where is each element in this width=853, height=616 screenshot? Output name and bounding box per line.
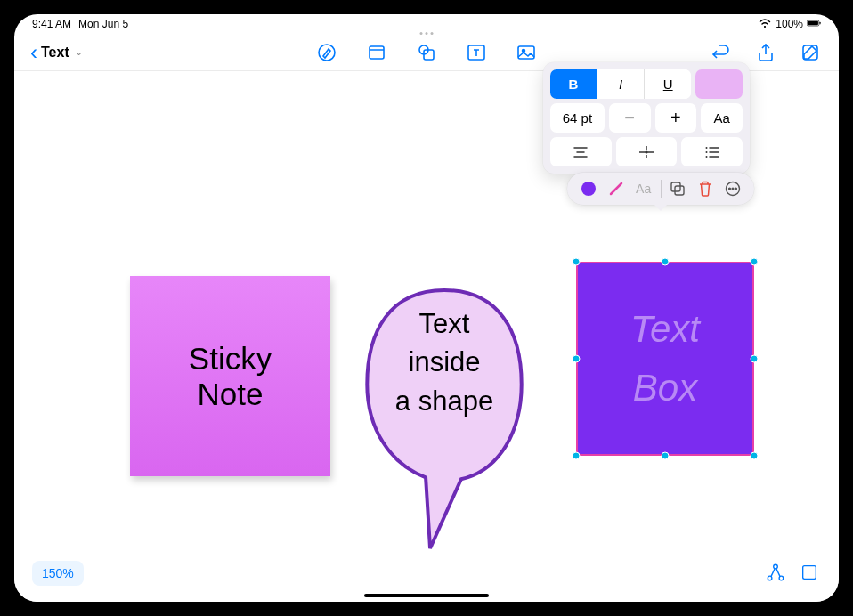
svg-point-26 bbox=[705, 151, 707, 153]
home-indicator[interactable] bbox=[364, 594, 489, 597]
more-button[interactable] bbox=[722, 178, 743, 199]
multitask-grabber[interactable] bbox=[420, 32, 434, 35]
svg-point-0 bbox=[764, 26, 766, 28]
battery-icon bbox=[807, 18, 821, 31]
text-color-swatch[interactable] bbox=[695, 69, 743, 99]
delete-button[interactable] bbox=[695, 178, 716, 199]
selection-handle[interactable] bbox=[573, 452, 581, 460]
svg-point-34 bbox=[733, 188, 735, 190]
selection-handle[interactable] bbox=[573, 258, 581, 266]
selection-handle[interactable] bbox=[662, 452, 670, 460]
bubble-text-line3: a shape bbox=[363, 382, 525, 420]
svg-rect-5 bbox=[370, 46, 384, 59]
svg-point-13 bbox=[768, 576, 772, 580]
battery-percent: 100% bbox=[776, 18, 803, 30]
selection-handle[interactable] bbox=[751, 258, 759, 266]
selection-handle[interactable] bbox=[751, 452, 759, 460]
svg-rect-3 bbox=[819, 21, 820, 23]
selection-handle[interactable] bbox=[662, 258, 670, 266]
fill-color-button[interactable] bbox=[578, 178, 599, 199]
status-bar: 9:41 AM Mon Jun 5 100% bbox=[14, 14, 839, 34]
font-size-value[interactable]: 64 pt bbox=[550, 103, 605, 133]
status-date: Mon Jun 5 bbox=[78, 18, 128, 30]
svg-point-15 bbox=[779, 576, 784, 580]
bubble-text-line2: inside bbox=[363, 343, 525, 381]
edit-text-button[interactable]: Aa bbox=[633, 178, 654, 199]
italic-button[interactable]: I bbox=[597, 69, 645, 99]
text-box[interactable]: Text Box bbox=[576, 262, 754, 456]
status-time: 9:41 AM bbox=[32, 18, 71, 30]
speech-bubble-shape[interactable]: Text inside a shape bbox=[363, 287, 525, 491]
text-box-selected[interactable]: Text Box bbox=[576, 262, 754, 456]
svg-rect-16 bbox=[803, 566, 816, 580]
zoom-level[interactable]: 150% bbox=[32, 561, 84, 586]
board-title[interactable]: Text bbox=[41, 45, 69, 61]
sticky-note-tool-icon[interactable] bbox=[364, 40, 389, 65]
text-box-line1: Text bbox=[630, 308, 700, 351]
sticky-note[interactable]: Sticky Note bbox=[130, 276, 330, 476]
sticky-note-text-line2: Note bbox=[198, 377, 264, 412]
underline-button[interactable]: U bbox=[645, 69, 691, 99]
sticky-note-text-line1: Sticky bbox=[189, 341, 272, 377]
title-chevron-icon[interactable]: ⌄ bbox=[75, 46, 83, 58]
selection-handle[interactable] bbox=[751, 355, 759, 363]
svg-point-33 bbox=[729, 188, 731, 190]
svg-point-35 bbox=[735, 188, 737, 190]
svg-rect-2 bbox=[808, 20, 818, 24]
share-button[interactable] bbox=[753, 40, 778, 65]
text-tool-icon[interactable] bbox=[464, 40, 489, 65]
align-button[interactable] bbox=[550, 137, 612, 166]
svg-point-21 bbox=[646, 150, 648, 153]
svg-point-14 bbox=[774, 564, 778, 569]
screen: 9:41 AM Mon Jun 5 100% ‹ Text ⌄ bbox=[14, 14, 839, 602]
duplicate-button[interactable] bbox=[667, 178, 688, 199]
minimap-tool-icon[interactable] bbox=[800, 563, 819, 586]
svg-rect-10 bbox=[518, 46, 534, 59]
svg-point-24 bbox=[705, 147, 707, 149]
selection-context-toolbar: Aa bbox=[567, 173, 754, 205]
svg-point-28 bbox=[705, 156, 707, 158]
divider bbox=[661, 180, 662, 198]
pen-tool-icon[interactable] bbox=[314, 40, 339, 65]
undo-button[interactable] bbox=[709, 40, 734, 65]
media-tool-icon[interactable] bbox=[514, 40, 539, 65]
shapes-tool-icon[interactable] bbox=[414, 40, 439, 65]
font-size-increase-button[interactable]: + bbox=[655, 103, 697, 133]
text-box-line2: Box bbox=[633, 367, 697, 409]
connections-tool-icon[interactable] bbox=[766, 563, 785, 586]
selection-handle[interactable] bbox=[573, 355, 581, 363]
stroke-color-button[interactable] bbox=[605, 178, 627, 199]
device-frame: 9:41 AM Mon Jun 5 100% ‹ Text ⌄ bbox=[0, 0, 853, 616]
bold-button[interactable]: B bbox=[550, 69, 597, 99]
font-size-decrease-button[interactable]: − bbox=[609, 103, 651, 133]
bubble-text-line1: Text bbox=[363, 304, 525, 343]
list-button[interactable] bbox=[681, 137, 743, 166]
compose-button[interactable] bbox=[798, 40, 823, 65]
back-button[interactable]: ‹ bbox=[30, 42, 37, 63]
text-style-button[interactable]: Aa bbox=[701, 103, 743, 133]
wifi-icon bbox=[758, 18, 772, 31]
strikethrough-button[interactable] bbox=[616, 137, 678, 166]
text-format-popover: B I U 64 pt − + Aa bbox=[543, 62, 750, 174]
